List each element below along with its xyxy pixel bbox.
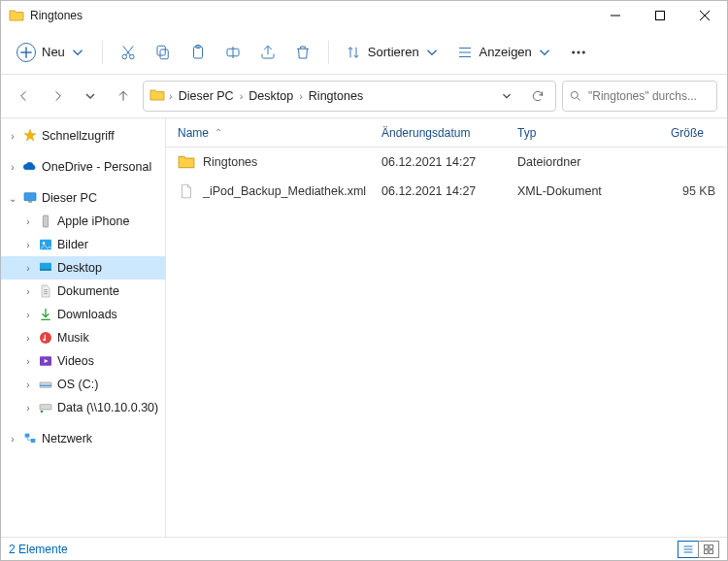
tree-network[interactable]: ›Netzwerk xyxy=(1,427,165,450)
folder-icon xyxy=(178,153,195,171)
svg-point-25 xyxy=(41,411,44,413)
delete-button[interactable] xyxy=(285,36,320,69)
tree-item-pictures[interactable]: ›Bilder xyxy=(1,233,165,256)
toolbar-separator xyxy=(102,41,103,64)
col-date[interactable]: Änderungsdatum xyxy=(370,126,506,140)
nav-tree: › Schnellzugriff › OneDrive - Personal ⌄… xyxy=(1,118,166,537)
column-headers: Name⌃ Änderungsdatum Typ Größe xyxy=(166,118,727,148)
chevron-right-icon: › xyxy=(7,162,18,173)
monitor-icon xyxy=(22,190,38,206)
plus-icon xyxy=(17,43,36,62)
refresh-button[interactable] xyxy=(524,82,551,110)
window-title: Ringtones xyxy=(30,9,83,22)
rename-button[interactable] xyxy=(215,36,250,69)
view-icons-button[interactable] xyxy=(698,541,719,558)
chevron-right-icon: › xyxy=(7,131,18,142)
breadcrumb-root[interactable]: Dieser PC xyxy=(177,89,236,103)
chevron-down-icon xyxy=(423,44,441,61)
svg-rect-27 xyxy=(31,439,36,443)
tree-item-iphone[interactable]: ›Apple iPhone xyxy=(1,210,165,233)
up-button[interactable] xyxy=(110,82,137,110)
svg-rect-30 xyxy=(705,549,709,553)
cut-button[interactable] xyxy=(111,36,146,69)
tree-onedrive[interactable]: › OneDrive - Personal xyxy=(1,155,165,179)
paste-button[interactable] xyxy=(181,36,215,69)
svg-rect-0 xyxy=(656,12,665,20)
breadcrumb-sep: › xyxy=(169,90,173,102)
recent-button[interactable] xyxy=(77,82,104,110)
document-icon xyxy=(38,283,53,299)
svg-point-19 xyxy=(40,332,51,344)
tree-item-music[interactable]: ›Musik xyxy=(1,326,165,349)
music-icon xyxy=(38,330,53,346)
chevron-down-icon xyxy=(536,44,553,61)
chevron-down-icon xyxy=(69,44,86,61)
file-size: 95 KB xyxy=(632,184,727,198)
svg-rect-31 xyxy=(710,549,713,553)
share-button[interactable] xyxy=(250,36,285,69)
col-type[interactable]: Typ xyxy=(506,126,632,140)
file-name: Ringtones xyxy=(203,155,257,169)
svg-rect-12 xyxy=(24,193,36,201)
sort-label: Sortieren xyxy=(368,45,419,59)
tree-this-pc[interactable]: ⌄ Dieser PC xyxy=(1,186,165,210)
image-icon xyxy=(38,237,53,252)
svg-rect-3 xyxy=(160,50,168,59)
address-bar[interactable]: › Dieser PC › Desktop › Ringtones xyxy=(143,81,556,112)
title-bar: Ringtones xyxy=(1,1,727,30)
tree-item-videos[interactable]: ›Videos xyxy=(1,349,165,373)
svg-point-16 xyxy=(43,242,46,245)
file-list: Name⌃ Änderungsdatum Typ Größe Ringtones… xyxy=(166,118,727,537)
search-placeholder: "Ringtones" durchs... xyxy=(588,89,697,103)
svg-point-9 xyxy=(578,50,579,52)
svg-point-20 xyxy=(43,339,46,342)
minimize-button[interactable] xyxy=(593,1,638,30)
tree-item-osc[interactable]: ›OS (C:) xyxy=(1,373,165,396)
network-icon xyxy=(22,431,38,446)
cloud-icon xyxy=(22,159,38,175)
view-button[interactable]: Anzeigen xyxy=(448,36,561,69)
search-input[interactable]: "Ringtones" durchs... xyxy=(562,81,717,112)
file-row[interactable]: _iPod_Backup_Mediathek.xml 06.12.2021 14… xyxy=(166,177,727,206)
close-button[interactable] xyxy=(682,1,727,30)
video-icon xyxy=(38,353,53,369)
copy-button[interactable] xyxy=(146,36,181,69)
col-size[interactable]: Größe xyxy=(632,126,727,140)
maximize-button[interactable] xyxy=(638,1,682,30)
svg-rect-29 xyxy=(710,544,713,548)
breadcrumb-mid[interactable]: Desktop xyxy=(247,89,295,103)
forward-button[interactable] xyxy=(44,82,71,110)
tree-item-desktop[interactable]: ›Desktop xyxy=(1,256,165,280)
svg-rect-23 xyxy=(40,385,51,386)
col-name[interactable]: Name⌃ xyxy=(166,126,370,140)
file-type: XML-Dokument xyxy=(506,184,632,198)
more-button[interactable] xyxy=(561,36,596,69)
tree-item-downloads[interactable]: ›Downloads xyxy=(1,303,165,326)
address-dropdown-button[interactable] xyxy=(493,82,520,110)
status-text: 2 Elemente xyxy=(9,543,68,556)
toolbar: Neu Sortieren Anzeigen xyxy=(1,30,727,75)
svg-rect-28 xyxy=(705,544,709,548)
back-button[interactable] xyxy=(11,82,38,110)
new-label: Neu xyxy=(42,45,65,59)
sort-button[interactable]: Sortieren xyxy=(337,36,448,69)
view-details-button[interactable] xyxy=(678,541,699,558)
file-icon xyxy=(178,182,195,200)
phone-icon xyxy=(38,214,53,229)
new-button[interactable]: Neu xyxy=(9,36,94,69)
breadcrumb-sep: › xyxy=(240,90,244,102)
svg-point-11 xyxy=(571,91,578,98)
breadcrumb-leaf[interactable]: Ringtones xyxy=(307,89,365,103)
tree-quick-access[interactable]: › Schnellzugriff xyxy=(1,124,165,148)
view-label: Anzeigen xyxy=(480,45,532,59)
file-row[interactable]: Ringtones 06.12.2021 14:27 Dateiordner xyxy=(166,148,727,177)
tree-item-data[interactable]: ›Data (\\10.10.0.30) xyxy=(1,396,165,419)
status-bar: 2 Elemente xyxy=(1,537,727,560)
toolbar-separator xyxy=(328,41,329,64)
sort-indicator-icon: ⌃ xyxy=(215,127,222,138)
search-icon xyxy=(569,89,582,103)
tree-item-documents[interactable]: ›Dokumente xyxy=(1,280,165,303)
chevron-down-icon: ⌄ xyxy=(7,193,18,204)
svg-rect-18 xyxy=(40,269,51,270)
nav-row: › Dieser PC › Desktop › Ringtones "Ringt… xyxy=(1,75,727,117)
